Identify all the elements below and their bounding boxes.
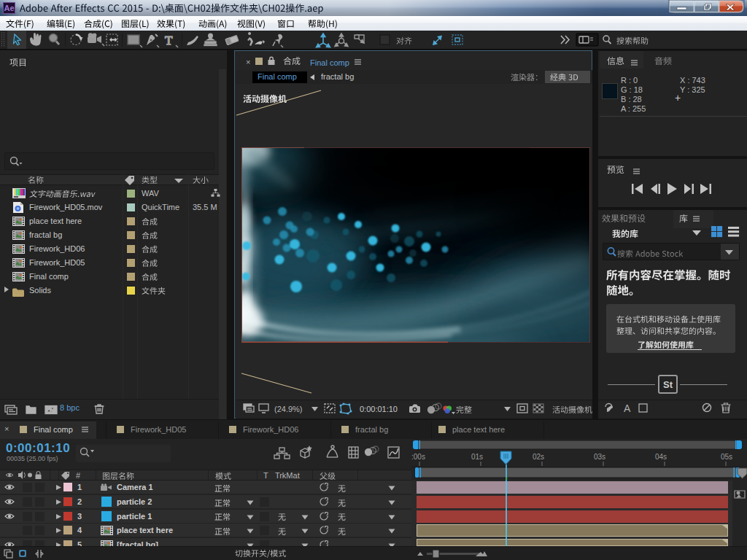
svg-text:03s: 03s	[594, 453, 605, 461]
svg-text:04s: 04s	[655, 453, 667, 461]
svg-text:#: #	[76, 471, 81, 480]
svg-text:A: A	[624, 402, 631, 414]
svg-text:05s: 05s	[721, 453, 732, 461]
svg-text:01s: 01s	[471, 453, 483, 461]
svg-text:T: T	[165, 34, 173, 47]
svg-text:02s: 02s	[533, 453, 544, 461]
svg-text::00s: :00s	[411, 453, 425, 461]
